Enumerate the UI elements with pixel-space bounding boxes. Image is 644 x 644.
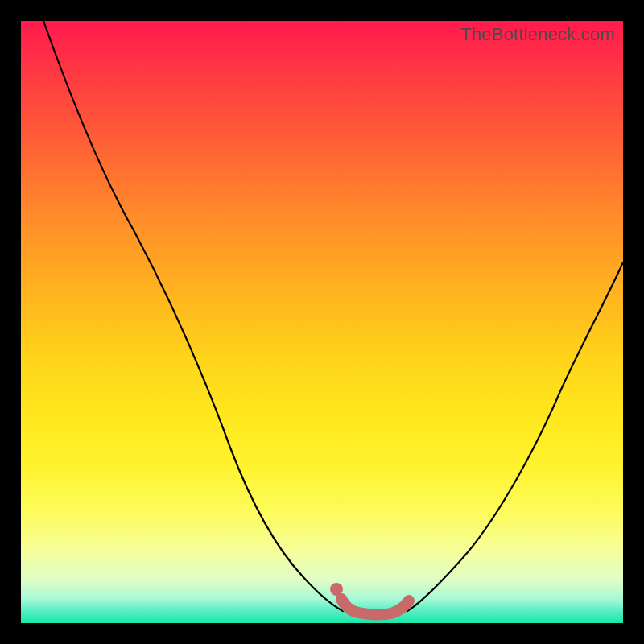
basin-curve xyxy=(341,599,409,615)
chart-svg xyxy=(21,21,623,623)
chart-frame: TheBottleneck.com xyxy=(21,21,623,623)
right-curve xyxy=(407,262,623,611)
left-curve xyxy=(43,21,343,611)
